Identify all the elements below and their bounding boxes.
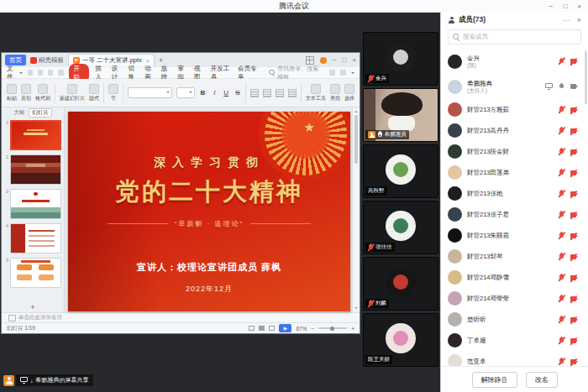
member-row[interactable]: 财管213田莲弟 [441, 162, 585, 183]
undo-icon[interactable] [48, 70, 53, 76]
rename-button[interactable]: 改名 [526, 372, 558, 388]
member-row[interactable]: 财管213方雅茹 [441, 99, 585, 120]
ribbon-button[interactable]: 节 [108, 84, 118, 102]
member-search-input[interactable]: 搜索成员 [448, 29, 581, 44]
maximize-button[interactable]: □ [563, 3, 567, 10]
zoom-out-button[interactable]: − [311, 326, 314, 332]
wps-account-avatar[interactable] [320, 57, 327, 64]
zoom-slider[interactable] [318, 327, 347, 329]
slide-page-indicator: 幻灯片 1/19 [7, 325, 35, 332]
camera-icon [570, 295, 578, 301]
layout-grid-icon[interactable] [306, 56, 314, 65]
ribbon-button[interactable]: 粘贴 [7, 84, 17, 102]
font-size-select[interactable] [176, 87, 195, 98]
slide-thumbnail[interactable] [10, 120, 61, 150]
ribbon-tool[interactable]: 查找 [330, 84, 340, 102]
save-icon[interactable] [28, 70, 33, 76]
align-icon[interactable] [288, 89, 297, 97]
ribbon-button[interactable]: 新建幻灯片 [60, 84, 85, 102]
video-tile[interactable]: 张佳佳 [363, 201, 438, 254]
notes-bar[interactable]: 单击此处添加备注 [2, 312, 360, 322]
mic-icon [559, 148, 564, 155]
slideshow-play-button[interactable]: ▶ [279, 324, 291, 332]
member-row[interactable]: 财管214邓静雪 [441, 267, 585, 288]
font-name-select[interactable] [128, 87, 172, 98]
panel-scrollbar[interactable] [585, 50, 587, 104]
ribbon-button[interactable]: 格式刷 [35, 84, 50, 102]
member-row[interactable]: 财管213张艳 [441, 183, 585, 204]
member-text: 财管213方雅茹 [467, 106, 509, 113]
camera-icon [570, 107, 578, 112]
ribbon-button[interactable]: 版式 [89, 84, 99, 102]
close-panel-button[interactable]: × [577, 16, 581, 24]
member-row[interactable]: 范亚卓 [441, 351, 585, 367]
wps-maximize-button[interactable]: □ [342, 56, 346, 64]
ribbon-tool[interactable]: 文本工具 [306, 84, 326, 102]
member-row[interactable]: 楚听听 [441, 309, 585, 330]
format-button[interactable]: U [223, 89, 230, 97]
wps-minimize-button[interactable]: − [333, 56, 337, 64]
canvas-scrollbar[interactable] [352, 107, 360, 312]
search-icon [269, 70, 275, 76]
format-button[interactable]: I [211, 89, 218, 97]
scroll-up-icon[interactable] [354, 109, 358, 112]
slide-thumbnail[interactable] [10, 223, 61, 253]
mic-off-icon [559, 337, 564, 344]
member-row[interactable]: 财管213张子君 [441, 204, 585, 225]
share-icon[interactable] [340, 70, 346, 76]
video-tile[interactable]: 希鹏雅典 [363, 88, 438, 142]
participant-avatar [386, 267, 416, 297]
wps-docer-tab[interactable]: 稻壳模板 [30, 56, 64, 65]
member-row[interactable]: 金兴(我) [441, 49, 585, 74]
avatar-art [393, 331, 408, 346]
redo-icon[interactable] [58, 70, 63, 76]
member-row[interactable]: 财管213邹琴 [441, 246, 585, 267]
tab-outline[interactable]: 大纲 [13, 109, 24, 117]
zoom-slider-knob[interactable] [330, 327, 334, 331]
share-banner-chip[interactable]: ↓ 希鹏雅典的屏幕共享 [16, 374, 93, 386]
member-row[interactable]: 财管213段金财 [441, 141, 585, 162]
camera-off-icon [570, 274, 578, 280]
collapse-ribbon-icon[interactable] [351, 72, 354, 76]
wps-close-button[interactable]: × [352, 56, 356, 64]
zoom-in-button[interactable]: + [351, 326, 354, 332]
format-button[interactable]: S [234, 89, 242, 97]
member-avatar [448, 333, 462, 348]
scrollbar-thumb[interactable] [354, 115, 358, 164]
member-row[interactable]: 丁卓娅 [441, 330, 585, 351]
mic-off-icon [559, 232, 564, 239]
member-name: 金兴 [467, 55, 480, 62]
current-slide[interactable]: ★ 深入学习贯彻 党的二十大精神 “举旗帜 · 送理论” 宣讲人：校理论宣讲团成… [68, 112, 350, 311]
video-tile[interactable]: 金兴 [363, 32, 438, 86]
slide-thumbnail[interactable] [10, 189, 61, 219]
cloud-sync-icon[interactable] [329, 70, 335, 76]
close-button[interactable]: × [577, 3, 581, 10]
video-tile[interactable]: 刘麟 [363, 257, 438, 311]
member-row[interactable]: 财管214邓莹莹 [441, 288, 585, 309]
member-row[interactable]: 希鹏雅典(主持人) [441, 74, 585, 99]
align-icon[interactable] [263, 89, 271, 97]
ribbon-button[interactable]: 剪切 [21, 84, 31, 102]
align-icon[interactable] [250, 89, 259, 97]
member-row[interactable]: 财管213朱丽霞 [441, 225, 585, 246]
slide-thumbnail[interactable] [10, 258, 61, 288]
add-slide-button[interactable]: + [2, 302, 64, 312]
view-sorter-icon[interactable] [259, 326, 265, 331]
unmute-button[interactable]: 解除静音 [472, 372, 517, 388]
view-reading-icon[interactable] [269, 326, 275, 331]
print-icon[interactable] [38, 70, 43, 76]
view-normal-icon[interactable] [249, 326, 255, 331]
format-button[interactable]: B [199, 89, 207, 97]
more-button[interactable]: ··· [563, 16, 570, 24]
video-name-chip: 刘麟 [365, 299, 389, 308]
slide-thumbnail[interactable] [10, 154, 61, 185]
ribbon-tool[interactable]: 选择 [344, 84, 354, 102]
tab-slides[interactable]: 幻灯片 [29, 108, 52, 118]
scroll-down-icon[interactable] [354, 307, 358, 311]
video-tile[interactable]: 高秋野 [363, 144, 438, 198]
close-tab-icon[interactable]: × [146, 58, 150, 64]
minimize-button[interactable]: − [549, 3, 554, 10]
video-tile[interactable]: 陈王天娇 [363, 313, 438, 367]
align-icon[interactable] [276, 89, 284, 97]
member-row[interactable]: 财管213高丹丹 [441, 120, 585, 141]
